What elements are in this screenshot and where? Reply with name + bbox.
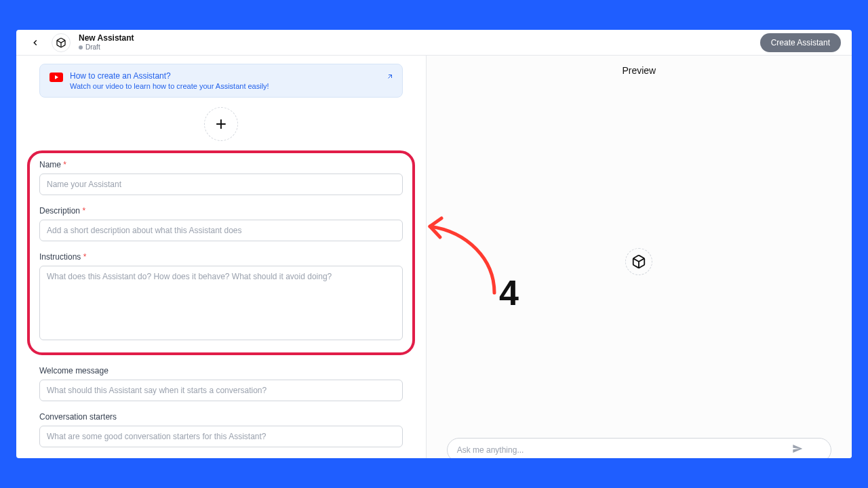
welcome-field: Welcome message <box>39 366 403 401</box>
assistant-cube-icon <box>52 33 71 52</box>
preview-pane: Preview Ask me anything... <box>427 56 852 458</box>
app-window: New Assistant Draft Create Assistant How… <box>16 30 852 458</box>
title-block: New Assistant Draft <box>79 33 134 51</box>
description-label: Description * <box>39 206 403 216</box>
instructions-label: Instructions * <box>39 252 403 262</box>
name-field: Name * <box>39 160 403 195</box>
description-input[interactable] <box>39 220 403 241</box>
preview-cube-icon <box>625 248 652 275</box>
chat-input-container: Ask me anything... <box>427 438 852 458</box>
topbar: New Assistant Draft Create Assistant <box>16 30 852 56</box>
name-input[interactable] <box>39 174 403 195</box>
content-area: How to create an Assistant? Watch our vi… <box>16 56 852 458</box>
welcome-label: Welcome message <box>39 366 403 375</box>
banner-text: How to create an Assistant? Watch our vi… <box>70 71 269 90</box>
annotation-highlight: Name * Description * Instructions * <box>27 150 415 355</box>
name-label: Name * <box>39 160 403 169</box>
external-link-icon[interactable] <box>386 71 394 83</box>
description-field: Description * <box>39 206 403 241</box>
preview-body <box>427 85 852 438</box>
status-badge: Draft <box>79 43 134 52</box>
plus-icon: + <box>216 115 226 134</box>
topbar-left: New Assistant Draft <box>27 33 134 52</box>
starters-label: Conversation starters <box>39 412 403 422</box>
starters-field: Conversation starters <box>39 412 403 447</box>
chevron-left-icon <box>31 38 40 47</box>
svg-line-1 <box>388 75 391 79</box>
starters-input[interactable] <box>39 426 403 447</box>
instructions-input[interactable] <box>39 266 403 340</box>
add-avatar-button[interactable]: + <box>204 107 238 141</box>
page-title: New Assistant <box>79 33 134 43</box>
instructions-field: Instructions * <box>39 252 403 343</box>
help-banner[interactable]: How to create an Assistant? Watch our vi… <box>39 64 403 98</box>
preview-title: Preview <box>427 56 852 85</box>
annotation-number: 4 <box>499 272 519 313</box>
status-dot-icon <box>79 45 83 49</box>
back-button[interactable] <box>27 35 43 51</box>
banner-title: How to create an Assistant? <box>70 71 269 81</box>
chat-input[interactable]: Ask me anything... <box>447 438 831 458</box>
create-assistant-button[interactable]: Create Assistant <box>760 33 841 52</box>
welcome-input[interactable] <box>39 380 403 401</box>
banner-subtitle: Watch our video to learn how to create y… <box>70 82 269 90</box>
send-icon[interactable] <box>792 443 803 457</box>
form-pane[interactable]: How to create an Assistant? Watch our vi… <box>16 56 426 458</box>
status-text: Draft <box>85 43 100 52</box>
youtube-icon <box>50 73 63 82</box>
